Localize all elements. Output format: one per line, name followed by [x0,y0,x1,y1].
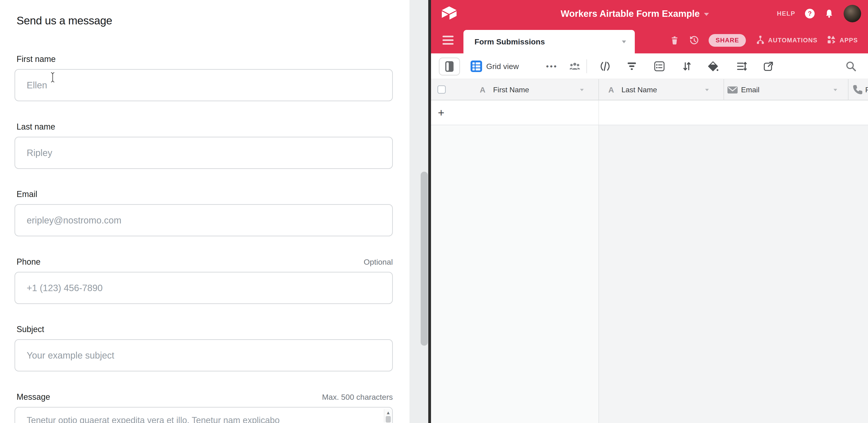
email-label: Email [17,189,37,199]
base-title-menu[interactable]: Workers Airtable Form Example [561,0,709,27]
sort-icon[interactable] [681,61,692,72]
tab-form-submissions[interactable]: Form Submissions [463,30,635,53]
column-header-first-name[interactable]: First Name [493,79,529,100]
airtable-logo-icon[interactable] [441,6,458,20]
scroll-up-arrow-icon[interactable]: ▲ [386,409,391,416]
airtable-topbar: Workers Airtable Form Example HELP ? [431,0,868,27]
phone-optional-hint: Optional [364,258,393,267]
field-message: Message Max. 500 characters [14,392,393,423]
textarea-scrollbar-thumb[interactable] [386,416,391,423]
filter-icon[interactable] [626,61,637,72]
view-options-ellipsis-icon[interactable]: ••• [546,53,558,79]
column-caret-icon[interactable] [834,89,837,91]
column-header-phone[interactable]: Phone [865,79,868,100]
last-name-input[interactable] [14,137,393,169]
window-split-divider [428,0,431,423]
field-subject: Subject [14,325,393,371]
field-first-name: First name [14,54,393,101]
base-title[interactable]: Workers Airtable Form Example [561,8,700,19]
field-type-phone-icon [852,84,863,95]
subject-label: Subject [17,325,44,334]
column-divider [598,100,599,125]
column-divider[interactable] [598,79,599,100]
column-divider [598,125,599,423]
column-divider[interactable] [723,79,724,100]
first-name-input[interactable] [14,69,393,101]
email-input[interactable] [14,204,393,236]
phone-label: Phone [17,257,40,267]
column-caret-icon[interactable] [705,89,709,91]
grid-empty-area [599,125,868,423]
column-header-last-name[interactable]: Last Name [621,79,657,100]
text-cursor-icon [50,72,56,83]
help-question-icon[interactable]: ? [805,9,815,19]
color-icon[interactable] [708,61,718,72]
automations-button[interactable]: AUTOMATIONS [755,35,817,45]
textarea-scrollbar[interactable]: ▲ [384,409,392,423]
field-type-text-icon: A [608,79,614,100]
airtable-pane: Workers Airtable Form Example HELP ? For… [431,0,868,423]
sidebar-panel-icon [445,61,454,72]
field-phone: Phone Optional [14,257,393,304]
grid-view-icon [471,61,482,72]
message-textarea[interactable] [14,407,393,423]
grid-empty-area [431,125,598,423]
hide-fields-icon[interactable] [599,61,611,72]
add-row[interactable]: + [431,100,868,125]
view-toolbar: Grid view ••• [431,53,868,79]
collaborators-icon[interactable] [569,61,581,72]
screen: Send us a message First name Last name E… [0,0,868,423]
tabbar-actions: SHARE AUTOMATIONS [670,27,858,53]
grid-header-row: A First Name A Last Name Email Pho [431,79,868,100]
automations-icon [755,35,765,45]
table-tab-caret-icon[interactable] [622,40,626,43]
notifications-bell-icon[interactable] [824,8,834,19]
message-max-chars-hint: Max. 500 characters [322,393,393,401]
topbar-actions: HELP ? [777,0,861,27]
view-name[interactable]: Grid view [486,53,519,79]
apps-label: APPS [839,37,858,44]
toolbar-divider [587,59,587,73]
view-sidebar-toggle-button[interactable] [439,58,460,75]
message-label: Message [17,392,50,402]
column-header-email[interactable]: Email [741,79,760,100]
user-avatar[interactable] [844,5,861,22]
airtable-tabbar: Form Submissions [431,27,868,53]
base-title-caret-icon [704,13,709,16]
last-name-label: Last name [17,122,55,132]
grid-area: A First Name A Last Name Email Pho [431,79,868,423]
group-icon[interactable] [654,61,665,72]
help-button[interactable]: HELP [777,10,795,17]
trash-icon[interactable] [670,35,679,46]
field-type-text-icon: A [480,79,486,100]
select-all-checkbox[interactable] [437,85,446,94]
share-view-icon[interactable] [763,61,774,72]
column-divider[interactable] [848,79,848,100]
tables-menu-icon[interactable] [442,36,454,44]
row-height-icon[interactable] [736,61,747,72]
subject-input[interactable] [14,339,393,371]
form-title: Send us a message [17,14,112,27]
field-email: Email [14,189,393,236]
page-scrollbar-thumb[interactable] [421,172,428,346]
search-icon[interactable] [845,60,857,72]
page-scrollbar-track[interactable] [410,0,428,423]
field-type-email-icon [727,85,738,95]
history-icon[interactable] [689,35,699,46]
apps-button[interactable]: APPS [827,35,858,45]
phone-input[interactable] [14,272,393,304]
first-name-label: First name [17,54,56,64]
automations-label: AUTOMATIONS [768,37,817,44]
contact-form-pane: Send us a message First name Last name E… [0,0,410,423]
add-row-plus-icon[interactable]: + [438,100,444,125]
column-caret-icon[interactable] [580,89,584,91]
apps-icon [827,35,837,45]
share-button[interactable]: SHARE [709,34,746,47]
table-tab-label: Form Submissions [474,37,545,46]
field-last-name: Last name [14,122,393,169]
